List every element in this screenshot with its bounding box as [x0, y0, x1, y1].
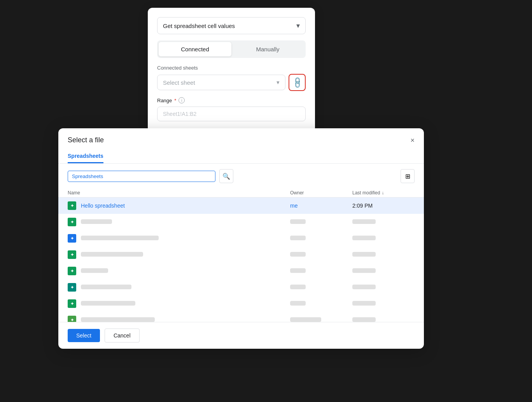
tabs-row: Spreadsheets [58, 149, 424, 164]
spreadsheet-icon: ✦ [68, 201, 76, 210]
range-info-icon: i [178, 97, 185, 103]
blurred-text [81, 219, 112, 224]
table-row[interactable]: ✦ [58, 279, 424, 295]
blurred-text [81, 268, 108, 273]
spreadsheet-icon: ✦ [68, 218, 76, 226]
range-input[interactable]: Sheet1!A1:B2 [157, 107, 306, 121]
file-name [81, 235, 290, 241]
file-owner [290, 317, 352, 322]
file-icon: ✦ [68, 234, 76, 243]
blurred-text [352, 317, 376, 322]
table-header: Name Owner Last modified ↓ [58, 189, 424, 198]
action-dropdown[interactable]: Get spreadsheet cell values ▾ [157, 17, 306, 34]
select-button[interactable]: Select [68, 329, 100, 342]
connected-toggle-btn[interactable]: Connected [159, 42, 231, 56]
blurred-text [290, 301, 306, 306]
file-name [81, 219, 290, 225]
file-icon: ✦ [68, 299, 76, 308]
search-icon: 🔍 [222, 173, 230, 180]
file-name [81, 252, 290, 258]
blurred-text [81, 317, 155, 322]
col-owner-header: Owner [290, 190, 352, 196]
sheet-select-dropdown[interactable]: Select sheet ▾ [157, 75, 285, 90]
blurred-text [81, 252, 143, 257]
spreadsheet-icon: ✦ [68, 234, 76, 243]
file-name [81, 268, 290, 274]
col-name-header: Name [68, 190, 290, 196]
close-button[interactable]: × [410, 137, 415, 144]
spreadsheet-icon: ✦ [68, 316, 76, 322]
file-owner [290, 284, 352, 290]
blurred-text [290, 268, 306, 273]
sheet-selector-row: Select sheet ▾ 🔗 [157, 74, 306, 91]
table-row[interactable]: ✦ [58, 214, 424, 230]
search-box[interactable]: Spreadsheets [68, 171, 215, 182]
blurred-text [352, 301, 376, 306]
tab-spreadsheets[interactable]: Spreadsheets [68, 149, 103, 163]
file-name [81, 284, 290, 290]
file-modified [352, 317, 415, 322]
blurred-text [352, 268, 376, 273]
cancel-button[interactable]: Cancel [105, 329, 140, 343]
file-modified [352, 219, 415, 225]
file-owner [290, 219, 352, 225]
search-box-value: Spreadsheets [72, 173, 211, 179]
connected-sheets-label: Connected sheets [157, 65, 306, 71]
table-row[interactable]: ✦ Hello spreadsheet me 2:09 PM [58, 198, 424, 214]
blurred-text [81, 285, 131, 289]
file-icon: ✦ [68, 267, 76, 275]
file-name: Hello spreadsheet [81, 203, 290, 209]
file-icon: ✦ [68, 316, 76, 322]
link-button[interactable]: 🔗 [289, 74, 306, 91]
sheet-chevron-icon: ▾ [276, 79, 280, 86]
file-modified [352, 252, 415, 258]
search-button[interactable]: 🔍 [219, 169, 233, 183]
file-name [81, 317, 290, 322]
file-modified [352, 235, 415, 241]
table-row[interactable]: ✦ [58, 312, 424, 322]
range-required-asterisk: * [174, 98, 176, 103]
blurred-text [290, 219, 306, 224]
modal-title: Select a file [68, 136, 104, 144]
table-row[interactable]: ✦ [58, 295, 424, 312]
blurred-text [290, 236, 306, 240]
sheet-select-placeholder: Select sheet [163, 79, 195, 86]
link-icon: 🔗 [290, 76, 304, 89]
range-label-row: Range * i [157, 97, 306, 103]
spreadsheet-icon: ✦ [68, 299, 76, 308]
table-row[interactable]: ✦ [58, 246, 424, 263]
file-modified: 2:09 PM [352, 203, 415, 209]
config-card: Get spreadsheet cell values ▾ Connected … [148, 8, 315, 132]
blurred-text [290, 252, 306, 257]
file-modified [352, 301, 415, 307]
sort-arrow-icon: ↓ [382, 190, 384, 196]
file-name [81, 301, 290, 307]
spreadsheet-icon: ✦ [68, 283, 76, 292]
file-modified [352, 268, 415, 274]
chevron-down-icon: ▾ [296, 21, 300, 30]
blurred-text [352, 252, 376, 257]
file-icon: ✦ [68, 250, 76, 259]
file-table: Name Owner Last modified ↓ ✦ Hello sprea… [58, 189, 424, 322]
range-label-text: Range [157, 98, 172, 103]
modal-header: Select a file × [58, 128, 424, 144]
file-rows-container[interactable]: ✦ Hello spreadsheet me 2:09 PM ✦ [58, 198, 424, 322]
blurred-text [290, 317, 321, 322]
grid-view-icon: ⊞ [405, 173, 410, 180]
connection-toggle: Connected Manually [157, 40, 306, 58]
table-row[interactable]: ✦ [58, 263, 424, 279]
tab-spreadsheets-label: Spreadsheets [68, 153, 103, 159]
manually-toggle-btn[interactable]: Manually [231, 42, 304, 56]
modal-footer: Select Cancel [58, 322, 424, 349]
table-row[interactable]: ✦ [58, 230, 424, 246]
file-owner [290, 301, 352, 307]
col-modified-header: Last modified ↓ [352, 190, 415, 196]
file-icon: ✦ [68, 283, 76, 292]
blurred-text [81, 236, 159, 240]
file-icon: ✦ [68, 201, 76, 210]
grid-view-button[interactable]: ⊞ [401, 169, 415, 183]
file-icon: ✦ [68, 218, 76, 226]
spreadsheet-icon: ✦ [68, 250, 76, 259]
blurred-text [352, 219, 376, 224]
blurred-text [352, 236, 376, 240]
